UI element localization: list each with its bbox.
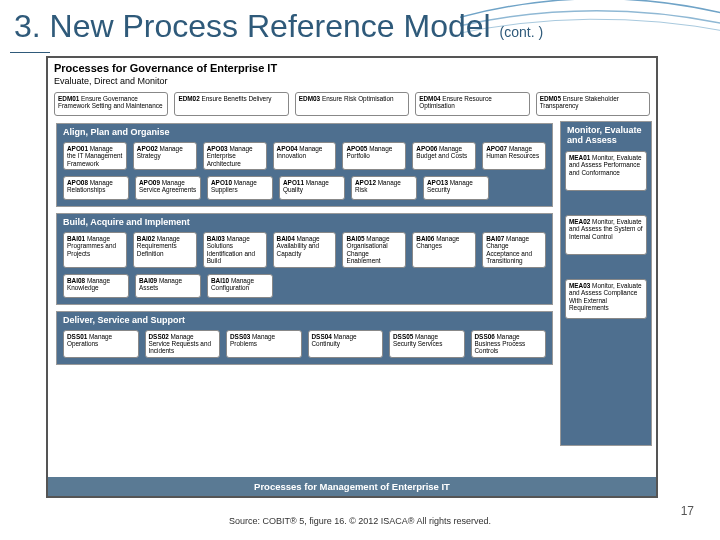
process-box: APO02 Manage Strategy — [133, 142, 197, 170]
bai-row2: BAI08 Manage KnowledgeBAI09 Manage Asset… — [57, 271, 552, 304]
process-box: APO11 Manage Quality — [279, 176, 345, 200]
process-box: DSS05 Manage Security Services — [389, 330, 465, 358]
mea-domain: Monitor, Evaluate and Assess MEA01 Monit… — [560, 121, 652, 446]
process-box: BAI04 Manage Availability and Capacity — [273, 232, 337, 267]
bai-domain: Build, Acquire and Implement BAI01 Manag… — [56, 213, 553, 304]
process-model-diagram: Processes for Governance of Enterprise I… — [46, 56, 658, 498]
apo-domain: Align, Plan and Organise APO01 Manage th… — [56, 123, 553, 207]
process-box: DSS03 Manage Problems — [226, 330, 302, 358]
process-box: DSS02 Manage Service Requests and Incide… — [145, 330, 221, 358]
process-box: BAI08 Manage Knowledge — [63, 274, 129, 298]
page-number: 17 — [681, 504, 694, 518]
mea-title: Monitor, Evaluate and Assess — [561, 122, 651, 147]
bai-title: Build, Acquire and Implement — [57, 214, 552, 229]
process-box: BAI09 Manage Assets — [135, 274, 201, 298]
process-box: DSS04 Manage Continuity — [308, 330, 384, 358]
title-underline — [10, 52, 50, 53]
dss-title: Deliver, Service and Support — [57, 312, 552, 327]
process-box: APO09 Manage Service Agreements — [135, 176, 201, 200]
process-box: APO10 Manage Suppliers — [207, 176, 273, 200]
process-box: BAI03 Manage Solutions Identification an… — [203, 232, 267, 267]
process-box: APO04 Manage Innovation — [273, 142, 337, 170]
process-box: EDM05 Ensure Stakeholder Transparency — [536, 92, 650, 116]
process-box: APO07 Manage Human Resources — [482, 142, 546, 170]
process-box: EDM02 Ensure Benefits Delivery — [174, 92, 288, 116]
apo-title: Align, Plan and Organise — [57, 124, 552, 139]
process-box: BAI10 Manage Configuration — [207, 274, 273, 298]
edm-subtitle: Evaluate, Direct and Monitor — [48, 76, 656, 89]
process-box: APO13 Manage Security — [423, 176, 489, 200]
process-box: MEA01 Monitor, Evaluate and Assess Perfo… — [565, 151, 647, 191]
management-footer: Processes for Management of Enterprise I… — [48, 477, 656, 496]
process-box: APO08 Manage Relationships — [63, 176, 129, 200]
title-text: 3. New Process Reference Model — [14, 8, 491, 44]
source-citation: Source: COBIT® 5, figure 16. © 2012 ISAC… — [0, 516, 720, 526]
title-cont: (cont. ) — [500, 24, 544, 40]
governance-header: Processes for Governance of Enterprise I… — [48, 58, 656, 76]
slide-title: 3. New Process Reference Model (cont. ) — [14, 8, 543, 45]
process-box: DSS06 Manage Business Process Controls — [471, 330, 547, 358]
dss-domain: Deliver, Service and Support DSS01 Manag… — [56, 311, 553, 365]
process-box: BAI02 Manage Requirements Definition — [133, 232, 197, 267]
process-box: EDM01 Ensure Governance Framework Settin… — [54, 92, 168, 116]
process-box: BAI06 Manage Changes — [412, 232, 476, 267]
bai-row1: BAI01 Manage Programmes and ProjectsBAI0… — [57, 229, 552, 270]
process-box: APO06 Manage Budget and Costs — [412, 142, 476, 170]
process-box: EDM03 Ensure Risk Optimisation — [295, 92, 409, 116]
process-box: MEA02 Monitor, Evaluate and Assess the S… — [565, 215, 647, 255]
apo-row2: APO08 Manage RelationshipsAPO09 Manage S… — [57, 173, 552, 206]
process-box: DSS01 Manage Operations — [63, 330, 139, 358]
process-box: BAI07 Manage Change Acceptance and Trans… — [482, 232, 546, 267]
process-box: APO05 Manage Portfolio — [342, 142, 406, 170]
edm-row: EDM01 Ensure Governance Framework Settin… — [48, 89, 656, 119]
process-box: APO12 Manage Risk — [351, 176, 417, 200]
process-box: BAI01 Manage Programmes and Projects — [63, 232, 127, 267]
process-box: EDM04 Ensure Resource Optimisation — [415, 92, 529, 116]
process-box: BAI05 Manage Organisational Change Enabl… — [342, 232, 406, 267]
apo-row1: APO01 Manage the IT Management Framework… — [57, 139, 552, 173]
process-box: MEA03 Monitor, Evaluate and Assess Compl… — [565, 279, 647, 319]
process-box: APO03 Manage Enterprise Architecture — [203, 142, 267, 170]
dss-row1: DSS01 Manage OperationsDSS02 Manage Serv… — [57, 327, 552, 364]
process-box: APO01 Manage the IT Management Framework — [63, 142, 127, 170]
